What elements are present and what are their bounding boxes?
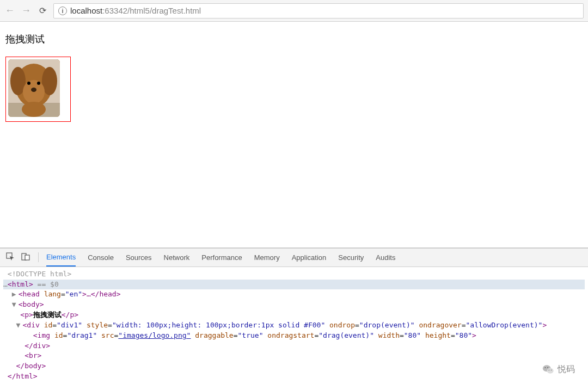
svg-point-15 — [545, 367, 546, 368]
svg-point-18 — [551, 370, 552, 370]
watermark: 悦码 — [542, 363, 575, 375]
svg-point-17 — [549, 370, 549, 370]
src-doctype[interactable]: <!DOCTYPE html> — [3, 269, 585, 280]
forward-button[interactable]: → — [21, 5, 32, 16]
devtools-panel: Elements Console Sources Network Perform… — [0, 247, 588, 384]
svg-point-7 — [37, 82, 40, 85]
src-img[interactable]: <img id="drag1" src="images/logo.png" dr… — [3, 331, 585, 341]
src-body[interactable]: ▼<body> — [3, 300, 585, 310]
src-div-close[interactable]: </div> — [3, 341, 585, 351]
tab-security[interactable]: Security — [338, 249, 364, 266]
page-content: 拖拽测试 — [0, 22, 588, 133]
src-body-close[interactable]: </body> — [3, 361, 585, 371]
draggable-image[interactable] — [8, 59, 60, 117]
src-div[interactable]: ▼<div id="div1" style="width: 100px;heig… — [3, 320, 585, 331]
tab-audits[interactable]: Audits — [376, 249, 395, 266]
watermark-text: 悦码 — [558, 364, 575, 375]
dog-icon — [8, 59, 60, 117]
url-host: localhost — [70, 6, 102, 15]
tab-console[interactable]: Console — [88, 249, 114, 266]
wechat-icon — [542, 363, 554, 375]
url-path: :63342/html5/dragTest.html — [102, 6, 201, 15]
tab-sources[interactable]: Sources — [126, 249, 152, 266]
reload-button[interactable]: ⟳ — [37, 5, 48, 16]
tab-memory[interactable]: Memory — [254, 249, 280, 266]
url-text: localhost:63342/html5/dragTest.html — [70, 6, 201, 15]
divider — [38, 252, 39, 262]
elements-tree[interactable]: <!DOCTYPE html> …<html> == $0 ▶<head lan… — [0, 267, 588, 384]
tab-elements[interactable]: Elements — [46, 249, 76, 267]
device-toolbar-icon[interactable] — [21, 252, 30, 263]
devtools-tabs: Elements Console Sources Network Perform… — [46, 249, 395, 266]
inspect-icon[interactable] — [5, 252, 15, 263]
devtools-toolbar: Elements Console Sources Network Perform… — [0, 249, 588, 267]
page-title: 拖拽测试 — [5, 33, 583, 46]
src-html-close[interactable]: </html> — [3, 371, 585, 382]
svg-point-14 — [547, 368, 554, 374]
tab-application[interactable]: Application — [292, 249, 327, 266]
address-bar[interactable]: i localhost:63342/html5/dragTest.html — [53, 3, 584, 18]
src-p[interactable]: <p>拖拽测试</p> — [3, 310, 585, 320]
tab-network[interactable]: Network — [164, 249, 190, 266]
svg-point-6 — [27, 82, 30, 85]
src-html[interactable]: …<html> == $0 — [3, 280, 585, 290]
browser-toolbar: ← → ⟳ i localhost:63342/html5/dragTest.h… — [0, 0, 588, 22]
svg-rect-12 — [25, 255, 29, 260]
src-br[interactable]: <br> — [3, 351, 585, 361]
svg-point-8 — [31, 88, 36, 92]
svg-point-16 — [547, 367, 548, 368]
info-icon[interactable]: i — [58, 7, 67, 15]
tab-performance[interactable]: Performance — [201, 249, 242, 266]
svg-point-9 — [22, 102, 46, 117]
drop-zone[interactable] — [5, 57, 71, 122]
back-button[interactable]: ← — [4, 5, 15, 16]
src-head[interactable]: ▶<head lang="en">…</head> — [3, 289, 585, 300]
